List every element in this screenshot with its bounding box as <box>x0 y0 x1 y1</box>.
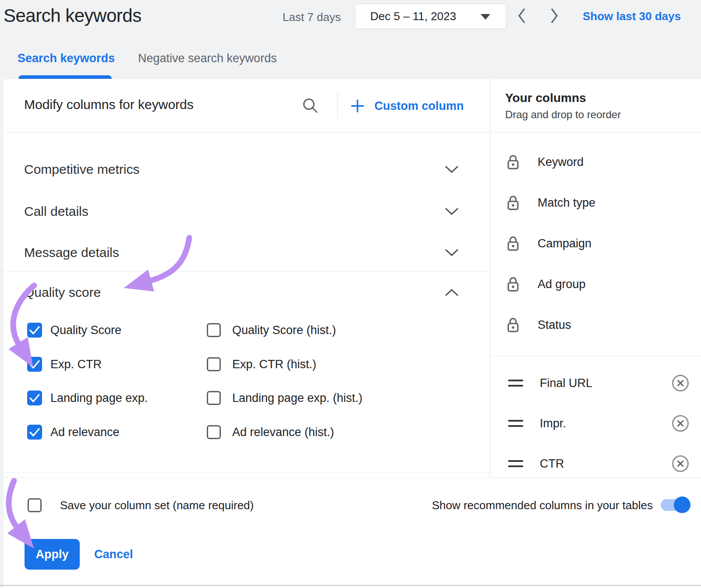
lock-icon <box>506 195 520 211</box>
chevron-up-icon <box>444 288 459 297</box>
remove-circle-icon <box>671 374 690 392</box>
your-columns-title: Your columns <box>505 91 586 105</box>
apply-button[interactable]: Apply <box>25 539 80 570</box>
section-competitive-metrics-toggle[interactable] <box>444 165 459 174</box>
chevron-down-icon <box>444 248 459 257</box>
checkbox-label[interactable]: Ad relevance <box>50 425 120 440</box>
locked-column-keyword: Keyword <box>538 155 584 169</box>
prev-period-button[interactable] <box>516 7 528 25</box>
checkbox-quality-score-hist[interactable] <box>207 323 221 337</box>
drag-handle-icon[interactable] <box>508 420 523 427</box>
checkbox-exp-ctr[interactable] <box>27 357 42 372</box>
locked-column-status: Status <box>538 317 571 332</box>
divider <box>4 132 701 133</box>
locked-column-ad-group: Ad group <box>538 277 586 292</box>
tab-search-keywords[interactable]: Search keywords <box>18 52 115 65</box>
period-label: Last 7 days <box>283 11 341 24</box>
show-last-30-days-link[interactable]: Show last 30 days <box>583 10 681 23</box>
checkbox-label[interactable]: Landing page exp. <box>50 391 148 405</box>
section-quality-score-toggle[interactable] <box>444 288 459 297</box>
your-columns-subtitle: Drag and drop to reorder <box>505 109 621 121</box>
plus-icon <box>350 99 365 113</box>
check-icon <box>27 391 42 405</box>
chevron-down-icon <box>444 207 459 216</box>
lock-icon <box>506 276 520 293</box>
checkbox-label[interactable]: Landing page exp. (hist.) <box>232 391 362 405</box>
remove-column-impr-button[interactable] <box>671 414 690 433</box>
checkbox-label[interactable]: Quality Score <box>50 323 121 338</box>
search-icon <box>301 97 319 114</box>
checkbox-label[interactable]: Quality Score (hist.) <box>232 323 336 338</box>
checkbox-exp-ctr-hist[interactable] <box>207 357 221 371</box>
check-icon <box>27 323 42 338</box>
active-tab-indicator <box>18 75 112 79</box>
recommended-columns-toggle-knob[interactable] <box>674 496 690 513</box>
checkbox-landing-page-exp-hist[interactable] <box>207 391 221 405</box>
drag-handle-icon[interactable] <box>508 380 523 387</box>
section-quality-score[interactable]: Quality score <box>24 284 101 301</box>
cancel-button[interactable]: Cancel <box>94 539 133 570</box>
chevron-down-icon <box>444 165 459 174</box>
remove-column-final-url-button[interactable] <box>671 374 690 392</box>
checkbox-label[interactable]: Exp. CTR (hist.) <box>232 357 316 372</box>
date-range-picker[interactable]: Dec 5 – 11, 2023 <box>355 4 506 29</box>
locked-column-campaign: Campaign <box>538 236 591 251</box>
apply-button-label: Apply <box>35 548 68 561</box>
remove-column-ctr-button[interactable] <box>671 454 690 473</box>
dropdown-caret-icon <box>481 14 490 20</box>
remove-circle-icon <box>671 414 690 433</box>
date-range-value: Dec 5 – 11, 2023 <box>370 10 456 23</box>
section-message-details-toggle[interactable] <box>444 248 459 257</box>
toolbar-divider <box>337 92 338 119</box>
checkbox-ad-relevance-hist[interactable] <box>207 425 221 439</box>
draggable-column-ctr[interactable]: CTR <box>540 456 564 471</box>
divider <box>4 478 701 478</box>
divider <box>4 271 490 272</box>
section-message-details[interactable]: Message details <box>24 244 119 261</box>
remove-circle-icon <box>671 454 690 473</box>
section-competitive-metrics[interactable]: Competitive metrics <box>24 161 139 178</box>
modify-columns-title: Modify columns for keywords <box>24 97 194 112</box>
checkbox-ad-relevance[interactable] <box>27 425 42 440</box>
bottom-border <box>0 585 701 586</box>
drag-handle-icon[interactable] <box>508 460 523 467</box>
custom-column-button[interactable]: Custom column <box>350 99 464 113</box>
next-period-button[interactable] <box>549 7 560 25</box>
lock-icon <box>506 236 520 252</box>
draggable-column-final-url[interactable]: Final URL <box>540 376 592 391</box>
lock-icon <box>506 154 520 171</box>
check-icon <box>27 357 42 372</box>
panel-divider <box>490 79 490 478</box>
checkbox-landing-page-exp[interactable] <box>27 391 42 405</box>
locked-column-match-type: Match type <box>538 195 595 210</box>
divider <box>490 356 701 356</box>
draggable-column-impr[interactable]: Impr. <box>540 416 566 431</box>
custom-column-label: Custom column <box>374 99 464 113</box>
save-column-set-checkbox[interactable] <box>28 498 42 512</box>
recommended-columns-label: Show recommended columns in your tables <box>432 498 653 512</box>
check-icon <box>27 425 42 440</box>
chevron-right-icon <box>549 7 560 25</box>
chevron-left-icon <box>516 7 528 25</box>
tab-negative-search-keywords[interactable]: Negative search keywords <box>138 52 277 65</box>
section-call-details-toggle[interactable] <box>444 207 459 216</box>
search-columns-button[interactable] <box>301 97 319 114</box>
divider <box>4 472 490 472</box>
page-title: Search keywords <box>4 5 142 26</box>
checkbox-label[interactable]: Exp. CTR <box>50 357 102 372</box>
section-call-details[interactable]: Call details <box>24 203 89 220</box>
checkbox-quality-score[interactable] <box>27 323 42 338</box>
save-column-set-label[interactable]: Save your column set (name required) <box>60 498 254 512</box>
lock-icon <box>506 317 520 334</box>
checkbox-label[interactable]: Ad relevance (hist.) <box>232 425 334 440</box>
